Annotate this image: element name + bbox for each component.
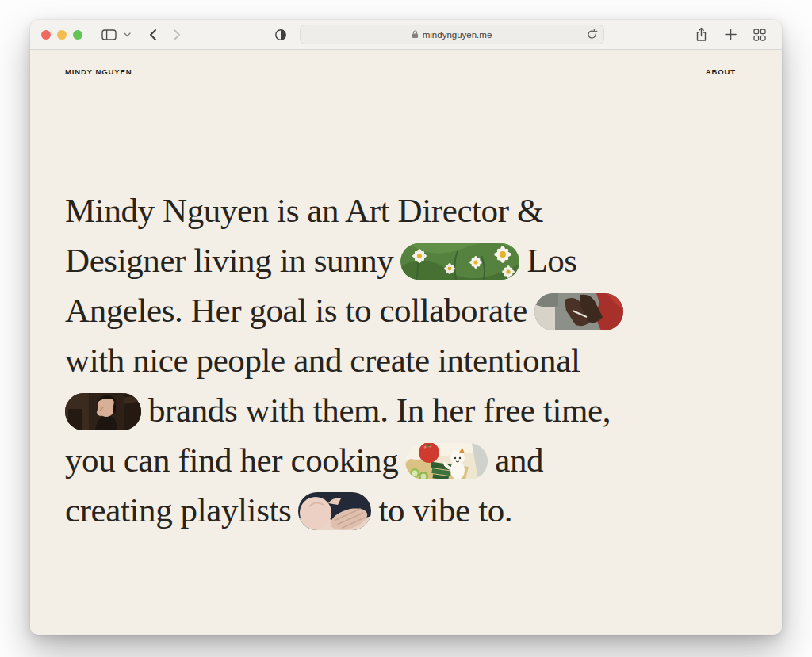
hero-line: Designer living in sunny Los: [65, 235, 782, 285]
hero-line: creating playlists to vibe to.: [65, 485, 782, 535]
hero-text-segment: and: [495, 441, 543, 479]
hero-text-segment: Designer living in sunny: [65, 242, 393, 279]
forward-icon[interactable]: [171, 27, 183, 43]
daisies-photo: [400, 243, 519, 280]
chef-kiss-photo: [65, 393, 141, 430]
nav-link-about[interactable]: ABOUT: [706, 67, 736, 76]
site-logo[interactable]: MINDY NGUYEN: [65, 67, 132, 76]
hero-line: Mindy Nguyen is an Art Director &: [65, 185, 782, 235]
new-tab-icon[interactable]: [723, 27, 738, 42]
page-content: MINDY NGUYEN ABOUT Mindy Nguyen is an Ar…: [30, 50, 782, 634]
reload-icon[interactable]: [586, 29, 598, 42]
browser-toolbar: mindynguyen.me: [30, 20, 782, 50]
traffic-lights: [41, 30, 82, 40]
hero-text-segment: with nice people and create intentional: [65, 342, 580, 379]
close-button[interactable]: [41, 30, 51, 40]
hero-line: with nice people and create intentional: [65, 335, 782, 385]
tab-overview-icon[interactable]: [752, 27, 768, 43]
browser-window: mindynguyen.me MINDY NGUYEN ABOUT: [30, 20, 782, 635]
zoom-button[interactable]: [73, 30, 82, 40]
hero-line: Angeles. Her goal is to collaborate: [65, 285, 782, 335]
chevron-down-icon[interactable]: [122, 31, 132, 39]
hero-text-segment: brands with them. In her free time,: [148, 392, 611, 429]
share-icon[interactable]: [693, 25, 710, 44]
privacy-shield-icon[interactable]: [273, 27, 289, 43]
address-bar[interactable]: mindynguyen.me: [300, 25, 604, 44]
sidebar-toggle-icon[interactable]: [100, 28, 118, 42]
site-header: MINDY NGUYEN ABOUT: [30, 50, 782, 76]
minimize-button[interactable]: [57, 30, 67, 40]
hero-line: you can find her cooking: [65, 435, 782, 485]
hero-text-segment: Angeles. Her goal is to collaborate: [65, 292, 527, 329]
hero-text-segment: to vibe to.: [378, 491, 512, 529]
back-icon[interactable]: [147, 27, 159, 43]
hero-text-segment: creating playlists: [65, 491, 291, 529]
arm-wrestle-photo: [534, 293, 623, 330]
hero-text: Mindy Nguyen is an Art Director & Design…: [65, 185, 782, 535]
lock-icon: [412, 30, 419, 39]
hands-photo: [298, 492, 371, 530]
url-text: mindynguyen.me: [423, 30, 492, 40]
hero-text-segment: you can find her cooking: [65, 441, 398, 479]
hero-text-segment: Los: [527, 242, 576, 279]
hero-line: brands with them. In her free time,: [65, 385, 782, 435]
hero-text-segment: Mindy Nguyen is an Art Director &: [65, 192, 543, 229]
cooking-illustration: [405, 443, 488, 479]
